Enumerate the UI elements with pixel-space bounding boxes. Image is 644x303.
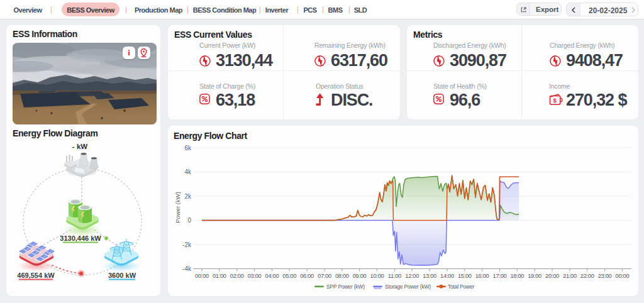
svg-text:6k: 6k: [184, 145, 192, 152]
svg-text:23:00: 23:00: [598, 273, 612, 279]
svg-text:Storage Power (kW): Storage Power (kW): [385, 284, 431, 290]
svg-text:18:00: 18:00: [510, 273, 524, 279]
svg-text:11:00: 11:00: [388, 273, 401, 279]
svg-text:Total Power: Total Power: [448, 284, 475, 290]
svg-text:05:00: 05:00: [282, 273, 296, 279]
svg-text:19:00: 19:00: [528, 273, 541, 279]
svg-text:01:00: 01:00: [213, 273, 226, 279]
svg-text:13:00: 13:00: [423, 273, 436, 279]
svg-text:- kW: - kW: [72, 143, 87, 150]
svg-text:3600 kW: 3600 kW: [108, 272, 136, 279]
svg-text:08:00: 08:00: [335, 273, 349, 279]
svg-text:17:00: 17:00: [493, 273, 507, 279]
svg-text:SPP Power (kW): SPP Power (kW): [326, 284, 365, 290]
svg-text:16:00: 16:00: [475, 273, 489, 279]
svg-text:02:00: 02:00: [230, 273, 244, 279]
svg-text:15:00: 15:00: [458, 273, 472, 279]
svg-text:20:00: 20:00: [545, 273, 559, 279]
svg-text:-4k: -4k: [182, 265, 192, 272]
svg-text:14:00: 14:00: [440, 273, 454, 279]
svg-text:22:00: 22:00: [580, 273, 594, 279]
svg-text:Power (kW): Power (kW): [174, 192, 181, 223]
svg-text:10:00: 10:00: [370, 273, 384, 279]
svg-text:-2k: -2k: [182, 241, 192, 248]
svg-text:3130,446 kW: 3130,446 kW: [60, 234, 101, 242]
svg-text:00:00: 00:00: [195, 273, 209, 279]
svg-text:00:00: 00:00: [616, 273, 630, 279]
svg-text:07:00: 07:00: [318, 273, 331, 279]
svg-text:2k: 2k: [184, 193, 192, 200]
svg-text:04:00: 04:00: [265, 273, 279, 279]
svg-text:4k: 4k: [184, 168, 192, 175]
svg-text:12:00: 12:00: [405, 273, 419, 279]
svg-text:0: 0: [187, 217, 191, 224]
svg-text:21:00: 21:00: [563, 273, 577, 279]
svg-text:09:00: 09:00: [353, 273, 367, 279]
svg-text:03:00: 03:00: [248, 273, 262, 279]
svg-text:$: $: [553, 97, 557, 104]
svg-text:06:00: 06:00: [300, 273, 314, 279]
svg-text:469,554 kW: 469,554 kW: [17, 272, 55, 279]
